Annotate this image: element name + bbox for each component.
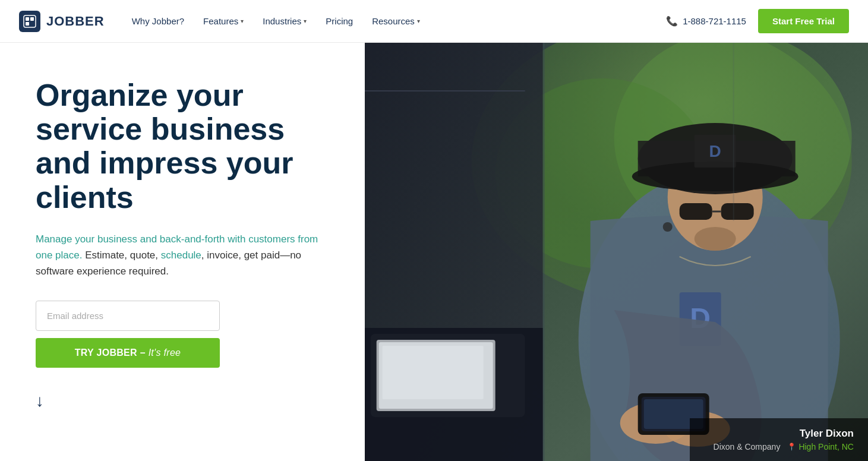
logo-text: JOBBER: [46, 14, 105, 29]
email-form: TRY JOBBER – It's free: [36, 301, 220, 368]
logo-link[interactable]: JOBBER: [19, 11, 105, 32]
nav-item-industries[interactable]: Industries ▾: [254, 11, 315, 31]
svg-rect-38: [733, 43, 734, 221]
svg-rect-27: [679, 203, 712, 220]
phone-number: 1-888-721-1115: [683, 16, 746, 26]
caption-name: Tyler Dixon: [704, 428, 854, 440]
start-free-trial-button[interactable]: Start Free Trial: [758, 9, 849, 33]
svg-rect-28: [721, 203, 753, 220]
hero-subtext: Manage your business and back-and-forth …: [36, 231, 321, 280]
try-jobber-button[interactable]: TRY JOBBER – It's free: [36, 338, 220, 368]
caption-company-name: Dixon & Company: [714, 442, 781, 451]
nav-right: 📞 1-888-721-1115 Start Free Trial: [666, 9, 849, 33]
location-pin-icon: 📍: [787, 443, 796, 451]
svg-rect-2: [30, 17, 34, 21]
svg-rect-1: [26, 17, 29, 21]
hero-section: Organize your service business and impre…: [0, 43, 868, 461]
svg-rect-3: [26, 22, 29, 26]
chevron-down-icon: ▾: [304, 18, 307, 24]
chevron-down-icon: ▾: [241, 18, 244, 24]
svg-rect-0: [24, 15, 36, 27]
nav-item-features[interactable]: Features ▾: [195, 11, 252, 31]
try-button-label: TRY JOBBER –: [75, 348, 149, 358]
caption-overlay: Tyler Dixon Dixon & Company 📍 High Point…: [690, 418, 868, 461]
try-button-italic: It's free: [149, 348, 181, 358]
nav-item-why-jobber[interactable]: Why Jobber?: [124, 11, 192, 31]
hero-scene-svg: D D: [365, 43, 868, 461]
caption-city: High Point, NC: [798, 442, 854, 451]
svg-rect-9: [365, 90, 525, 91]
scroll-down-arrow[interactable]: ↓: [36, 391, 329, 411]
svg-rect-37: [542, 43, 544, 461]
nav-item-resources[interactable]: Resources ▾: [364, 11, 428, 31]
caption-company: Dixon & Company 📍 High Point, NC: [704, 442, 854, 451]
svg-text:D: D: [709, 142, 721, 160]
navbar: JOBBER Why Jobber? Features ▾ Industries…: [0, 0, 868, 43]
phone-icon: 📞: [666, 15, 678, 27]
phone-area[interactable]: 📞 1-888-721-1115: [666, 15, 746, 27]
hero-left: Organize your service business and impre…: [0, 43, 365, 461]
svg-point-30: [662, 222, 672, 232]
email-input[interactable]: [36, 301, 220, 331]
logo-icon: [19, 11, 40, 32]
nav-item-pricing[interactable]: Pricing: [317, 11, 361, 31]
svg-point-31: [694, 227, 736, 251]
caption-location: 📍 High Point, NC: [787, 442, 854, 451]
chevron-down-icon: ▾: [417, 18, 420, 24]
hero-headline: Organize your service business and impre…: [36, 78, 329, 214]
svg-rect-17: [382, 346, 483, 399]
hero-image: D D: [365, 43, 868, 461]
nav-links: Why Jobber? Features ▾ Industries ▾ Pric…: [124, 11, 667, 31]
